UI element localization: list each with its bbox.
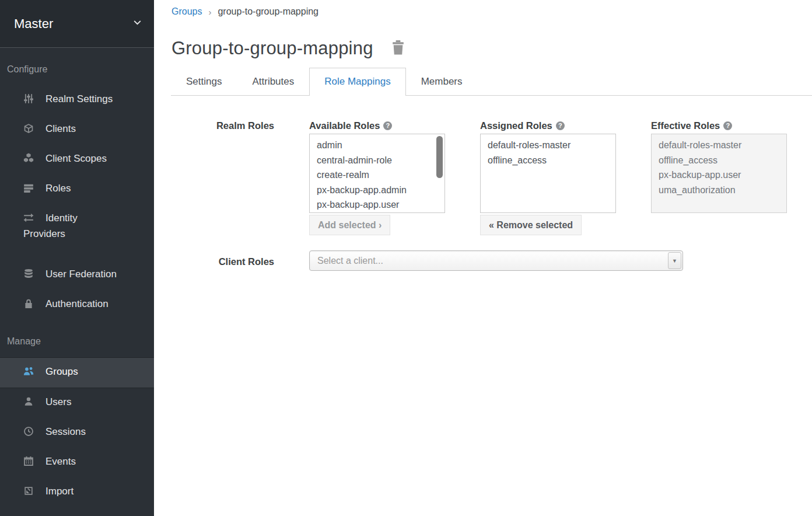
sidebar-item-user-federation[interactable]: User Federation: [0, 260, 154, 290]
tab-bar: Settings Attributes Role Mappings Member…: [171, 68, 812, 96]
sidebar-item-export[interactable]: Export: [0, 507, 154, 516]
title-row: Group-to-group-mapping: [172, 38, 812, 59]
sidebar-item-realm-settings[interactable]: Realm Settings: [0, 85, 154, 115]
sidebar-item-label: Events: [46, 456, 76, 467]
sidebar-item-import[interactable]: Import: [0, 477, 154, 507]
sidebar: Master Configure Realm Settings Clients …: [0, 0, 154, 516]
sidebar-item-authentication[interactable]: Authentication: [0, 290, 154, 320]
help-icon[interactable]: ?: [556, 121, 565, 130]
list-item[interactable]: create-realm: [310, 168, 444, 183]
tab-attributes[interactable]: Attributes: [237, 68, 309, 96]
realm-selector[interactable]: Master: [0, 0, 154, 48]
sidebar-item-label: Roles: [46, 183, 71, 194]
breadcrumb-link-groups[interactable]: Groups: [172, 6, 202, 17]
manage-nav: Groups Users Sessions Events Import Expo…: [0, 357, 154, 516]
sidebar-item-users[interactable]: Users: [0, 388, 154, 418]
assigned-roles-column: Assigned Roles? default-roles-master off…: [480, 120, 616, 235]
sidebar-item-identity-providers[interactable]: Identity Providers: [0, 204, 154, 260]
cube-icon: [23, 123, 35, 138]
import-icon: [23, 486, 35, 500]
sidebar-item-sessions[interactable]: Sessions: [0, 418, 154, 448]
breadcrumb-current: group-to-group-mapping: [218, 6, 318, 17]
lock-icon: [23, 298, 35, 313]
sidebar-item-clients[interactable]: Clients: [0, 115, 154, 145]
client-roles-label: Client Roles: [154, 250, 274, 271]
client-select-toggle[interactable]: ▼: [668, 252, 681, 269]
sidebar-item-roles[interactable]: Roles: [0, 175, 154, 204]
available-roles-header: Available Roles?: [309, 120, 445, 131]
effective-roles-listbox: default-roles-master offline_access px-b…: [651, 134, 787, 213]
tab-members[interactable]: Members: [406, 68, 478, 96]
available-roles-column: Available Roles? admin central-admin-rol…: [309, 120, 445, 235]
sidebar-item-label: Realm Settings: [46, 93, 113, 104]
sidebar-item-label: User Federation: [46, 269, 117, 280]
help-icon[interactable]: ?: [383, 121, 392, 130]
list-item[interactable]: admin: [310, 138, 444, 153]
realm-name: Master: [14, 16, 53, 32]
list-item: px-backup-app.user: [652, 168, 786, 183]
assigned-roles-header-text: Assigned Roles: [480, 120, 552, 131]
effective-roles-header: Effective Roles?: [651, 120, 787, 131]
calendar-icon: [23, 456, 35, 470]
list-item[interactable]: px-backup-app.admin: [310, 183, 444, 198]
list-item[interactable]: default-roles-master: [481, 138, 615, 153]
available-roles-header-text: Available Roles: [309, 120, 380, 131]
chevron-down-icon: [132, 18, 142, 30]
assigned-roles-listbox[interactable]: default-roles-master offline_access: [480, 134, 616, 213]
list-item: default-roles-master: [652, 138, 786, 153]
sidebar-section-configure: Configure: [0, 48, 154, 75]
breadcrumb: Groups › group-to-group-mapping: [172, 6, 812, 17]
list-item[interactable]: px-backup-app.user: [310, 197, 444, 212]
client-select-placeholder: Select a client...: [310, 251, 682, 270]
app-window: Master Configure Realm Settings Clients …: [0, 0, 812, 516]
sidebar-item-groups[interactable]: Groups: [0, 357, 154, 388]
list-item: offline_access: [652, 153, 786, 168]
sliders-icon: [23, 93, 35, 108]
sidebar-item-label: Client Scopes: [46, 153, 107, 164]
sidebar-item-client-scopes[interactable]: Client Scopes: [0, 145, 154, 175]
list-item: uma_authorization: [652, 183, 786, 198]
delete-group-button[interactable]: [391, 40, 405, 57]
help-icon[interactable]: ?: [723, 121, 732, 130]
server-icon: [23, 183, 35, 197]
breadcrumb-separator-icon: ›: [208, 7, 211, 17]
remove-selected-button[interactable]: « Remove selected: [480, 215, 582, 235]
list-item[interactable]: offline_access: [481, 153, 615, 168]
role-mappings-panel: Realm Roles Available Roles? admin centr…: [154, 96, 812, 271]
database-icon: [23, 269, 35, 283]
list-item[interactable]: central-admin-role: [310, 153, 444, 168]
realm-roles-label: Realm Roles: [154, 120, 274, 235]
sidebar-item-label: Clients: [46, 123, 76, 134]
users-group-icon: [23, 366, 35, 381]
add-selected-button[interactable]: Add selected ›: [309, 215, 390, 235]
caret-down-icon: ▼: [668, 253, 681, 270]
effective-roles-column: Effective Roles? default-roles-master of…: [651, 120, 787, 235]
sidebar-item-label: Groups: [46, 366, 78, 377]
tab-role-mappings[interactable]: Role Mappings: [309, 68, 405, 96]
cubes-icon: [23, 153, 35, 168]
scrollbar-thumb[interactable]: [436, 136, 443, 178]
sidebar-section-manage: Manage: [0, 320, 154, 347]
tab-settings[interactable]: Settings: [171, 68, 237, 96]
sidebar-item-label: Authentication: [46, 298, 108, 309]
client-select[interactable]: Select a client... ▼: [309, 250, 683, 271]
trash-icon: [391, 48, 405, 57]
available-roles-listbox[interactable]: admin central-admin-role create-realm px…: [309, 134, 445, 213]
sidebar-item-label: Import: [46, 486, 74, 497]
client-roles-fields: Select a client... ▼: [309, 250, 683, 271]
main-content: Groups › group-to-group-mapping Group-to…: [154, 0, 812, 516]
user-icon: [23, 396, 35, 411]
page-title: Group-to-group-mapping: [172, 38, 373, 59]
exchange-arrows-icon: [23, 212, 35, 227]
realm-roles-fields: Available Roles? admin central-admin-rol…: [309, 120, 787, 235]
realm-roles-row: Realm Roles Available Roles? admin centr…: [154, 120, 812, 235]
sidebar-item-label: Sessions: [46, 426, 86, 437]
clock-icon: [23, 426, 35, 441]
client-roles-row: Client Roles Select a client... ▼: [154, 250, 812, 271]
sidebar-item-events[interactable]: Events: [0, 448, 154, 477]
configure-nav: Realm Settings Clients Client Scopes Rol…: [0, 85, 154, 320]
effective-roles-header-text: Effective Roles: [651, 120, 720, 131]
sidebar-item-label: Users: [46, 396, 71, 407]
assigned-roles-header: Assigned Roles?: [480, 120, 616, 131]
